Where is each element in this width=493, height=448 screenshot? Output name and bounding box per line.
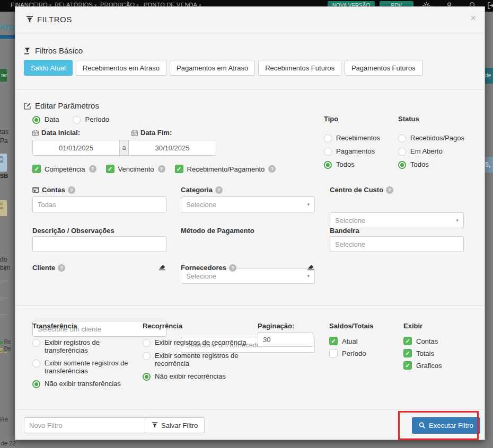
categoria-label: Categoria? — [181, 186, 223, 194]
filter-icon — [26, 16, 33, 23]
radio-circle — [32, 380, 40, 388]
chevron-down-icon: ▾ — [456, 218, 459, 223]
filter-button-recebimentos-em-atraso[interactable]: Recebimentos em Atraso — [76, 60, 166, 76]
checkbox-box — [106, 165, 115, 173]
filter-icon — [152, 422, 158, 428]
filter-button-pagamentos-futuros[interactable]: Pagamentos Futuros — [345, 60, 422, 76]
date-type-checkboxes: Competência? Vencimento? Recebimento/Pag… — [32, 165, 276, 173]
divider — [15, 89, 485, 89]
help-icon[interactable]: ? — [386, 186, 393, 194]
help-icon[interactable]: ? — [89, 165, 96, 173]
centro-custo-select[interactable]: Selecione▾ — [330, 212, 464, 228]
categoria-select[interactable]: Selecione▾ — [181, 196, 315, 212]
exibir-label: Exibir — [403, 322, 422, 330]
help-icon[interactable]: ? — [58, 264, 65, 272]
checkbox-box — [329, 349, 338, 357]
bandeira-input[interactable] — [330, 236, 464, 252]
bg-fragment-teal-band: de — [485, 68, 493, 84]
filter-basic-icon — [24, 47, 31, 55]
bg-fragment-legend: De — [0, 346, 11, 352]
date-range-separator: a — [120, 140, 128, 156]
novo-filtro-input[interactable] — [24, 417, 145, 433]
eraser-icon[interactable] — [158, 263, 166, 271]
radio-tipo-recebimentos[interactable]: Recebimentos — [324, 134, 380, 142]
checkbox-contas[interactable]: Contas — [403, 337, 442, 345]
bg-fragment-dashed-line — [0, 352, 7, 353]
radio-circle — [398, 148, 406, 156]
salvar-filtro-button[interactable]: Salvar Filtro — [145, 417, 205, 433]
checkbox-atual[interactable]: Atual — [329, 337, 366, 345]
data-fim-input[interactable] — [128, 140, 216, 156]
paginacao-label: Paginação: — [258, 322, 294, 330]
edit-icon — [24, 102, 31, 110]
checkbox-periodo[interactable]: Período — [329, 349, 366, 357]
status-label: Status — [398, 115, 419, 123]
date-range-group: a — [32, 140, 216, 156]
divider — [15, 409, 485, 410]
centro-custo-label: Centro de Custo? — [330, 186, 393, 194]
radio-status-em-aberto[interactable]: Em Aberto — [398, 147, 464, 156]
contas-label: Contas? — [32, 186, 75, 194]
edit-params-title: Editar Parâmetros — [24, 101, 99, 110]
radio-tipo-pagamentos[interactable]: Pagamentos — [324, 147, 380, 156]
filters-modal: FILTROS × Filtros Básico Saldo Atual Rec… — [15, 6, 485, 440]
data-inicial-label: Data Inicial: — [32, 129, 80, 137]
calendar-icon — [131, 130, 138, 136]
radio-exibir-transferencias[interactable]: Exibir registros de transferências — [32, 338, 136, 354]
radio-tipo-todos[interactable]: Todos — [324, 160, 380, 169]
descricao-input[interactable] — [32, 236, 166, 252]
radio-exibir-recorrencia[interactable]: Exibir registros de recorrência — [143, 338, 247, 347]
contas-input[interactable] — [32, 196, 166, 212]
help-icon[interactable]: ? — [158, 165, 165, 173]
bg-fragment-text: Pa — [0, 137, 8, 145]
divider — [15, 305, 485, 306]
modal-title: FILTROS — [26, 15, 72, 24]
help-icon[interactable]: ? — [215, 186, 223, 194]
filter-button-pagamentos-em-atraso[interactable]: Pagamentos em Atraso — [170, 60, 255, 76]
checkbox-competencia[interactable]: Competência? — [32, 165, 96, 173]
checkbox-box — [329, 337, 338, 345]
checkbox-vencimento[interactable]: Vencimento? — [106, 165, 165, 173]
tipo-options: Recebimentos Pagamentos Todos — [324, 134, 380, 169]
checkbox-graficos[interactable]: Graficos — [403, 361, 442, 370]
basic-filter-buttons: Saldo Atual Recebimentos em Atraso Pagam… — [24, 60, 422, 76]
radio-exibir-somente-transferencias[interactable]: Exibir somente registros de transferênci… — [32, 359, 136, 375]
fornecedores-label: Fornecedores? — [181, 264, 236, 272]
data-inicial-input[interactable] — [32, 140, 120, 156]
logout-icon[interactable] — [487, 2, 493, 10]
radio-circle — [398, 161, 406, 169]
radio-status-todos[interactable]: Todos — [398, 160, 464, 169]
checkbox-box — [403, 349, 412, 357]
executar-filtro-button[interactable]: Executar Filtro — [412, 417, 480, 434]
bg-fragment-heading: ATO — [0, 23, 14, 31]
paginacao-input[interactable] — [258, 332, 313, 347]
radio-status-recebidos-pagos[interactable]: Recebidos/Pagos — [398, 134, 464, 142]
radio-circle — [32, 116, 40, 124]
modal-header: FILTROS × — [15, 7, 485, 33]
saldos-totais-options: Atual Período — [329, 337, 366, 357]
bg-fragment-legend: Re — [0, 339, 11, 345]
chevron-down-icon: ▾ — [307, 202, 310, 207]
filter-button-saldo-atual[interactable]: Saldo Atual — [24, 60, 73, 76]
help-icon[interactable]: ? — [268, 165, 276, 173]
help-icon[interactable]: ? — [229, 264, 236, 272]
radio-exibir-somente-recorrencia[interactable]: Exibir somente registros de recorrência — [143, 352, 247, 368]
radio-data[interactable]: Data — [32, 115, 59, 124]
radio-nao-exibir-recorrencias[interactable]: Não exibir recorrências — [143, 372, 247, 381]
radio-nao-exibir-transferencias[interactable]: Não exibir transferências — [32, 380, 136, 388]
checkbox-totais[interactable]: Totais — [403, 349, 442, 357]
checkbox-box — [403, 361, 412, 370]
eraser-icon[interactable] — [306, 263, 315, 271]
exibir-options: Contas Totais Graficos — [403, 337, 442, 370]
bg-fragment-row-line — [0, 298, 7, 298]
bg-fragment-text: SB — [0, 173, 8, 179]
radio-periodo[interactable]: Período — [73, 115, 109, 124]
basic-filters-title: Filtros Básico — [24, 46, 83, 55]
help-icon[interactable]: ? — [68, 186, 75, 194]
bg-fragment-blue-bar — [0, 35, 15, 39]
close-icon[interactable]: × — [470, 13, 476, 24]
save-filter-group: Salvar Filtro — [24, 417, 205, 433]
recorrencia-options: Exibir registros de recorrência Exibir s… — [143, 338, 247, 381]
filter-button-recebimentos-futuros[interactable]: Recebimentos Futuros — [258, 60, 341, 76]
checkbox-recebimento-pagamento[interactable]: Recebimento/Pagamento? — [175, 165, 276, 173]
